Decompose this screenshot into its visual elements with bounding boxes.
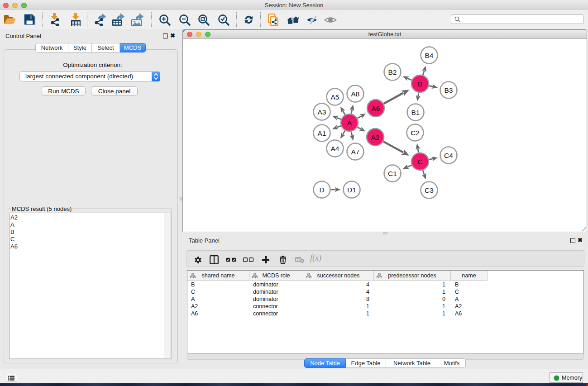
svg-text:C1: C1 bbox=[388, 170, 397, 177]
svg-text:A8: A8 bbox=[351, 90, 360, 98]
svg-text:A: A bbox=[347, 119, 352, 127]
svg-text:A6: A6 bbox=[372, 105, 380, 112]
svg-text:A4: A4 bbox=[331, 145, 339, 152]
svg-text:B4: B4 bbox=[425, 52, 434, 59]
svg-text:A3: A3 bbox=[318, 108, 326, 116]
svg-text:C4: C4 bbox=[444, 152, 453, 159]
svg-text:C3: C3 bbox=[425, 186, 434, 194]
svg-text:D1: D1 bbox=[347, 186, 356, 194]
svg-text:C: C bbox=[417, 158, 422, 166]
svg-text:A7: A7 bbox=[351, 148, 360, 156]
svg-text:B1: B1 bbox=[411, 109, 420, 116]
svg-text:D: D bbox=[319, 186, 324, 194]
svg-text:A5: A5 bbox=[331, 93, 339, 101]
svg-text:B3: B3 bbox=[445, 86, 453, 94]
svg-text:C2: C2 bbox=[411, 129, 420, 137]
svg-text:A2: A2 bbox=[371, 133, 380, 141]
svg-text:B: B bbox=[418, 80, 422, 88]
svg-text:B2: B2 bbox=[388, 68, 397, 76]
svg-text:A1: A1 bbox=[318, 129, 326, 137]
